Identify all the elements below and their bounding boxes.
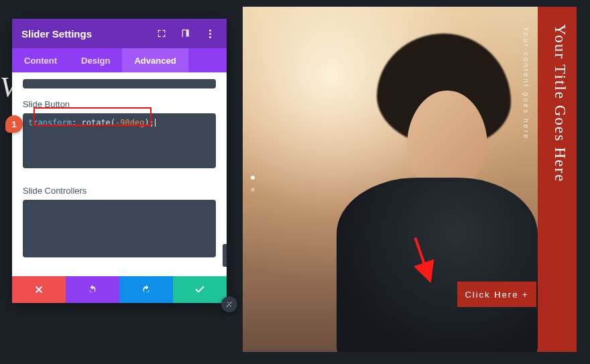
tab-advanced[interactable]: Advanced xyxy=(122,48,188,72)
kebab-menu-icon[interactable] xyxy=(202,26,217,41)
expand-icon[interactable] xyxy=(154,26,169,41)
panel-body: Slide Button transform: rotate(-90deg); … xyxy=(12,72,227,276)
tab-content[interactable]: Content xyxy=(12,48,69,72)
slider-preview: Your Title Goes Here Your content goes h… xyxy=(243,7,577,352)
tab-design[interactable]: Design xyxy=(69,48,122,72)
panel-tabs: Content Design Advanced xyxy=(12,48,227,72)
slide-controllers-code-input[interactable] xyxy=(23,200,216,257)
slide-controllers-label: Slide Controllers xyxy=(23,186,216,196)
scrollbar-thumb[interactable] xyxy=(223,244,227,267)
cta-button[interactable]: Click Here + xyxy=(457,282,536,307)
slide-nav-dots[interactable] xyxy=(251,176,255,192)
book-icon[interactable] xyxy=(178,26,193,41)
panel-title: Slider Settings xyxy=(21,28,145,40)
slide-button-label: Slide Button xyxy=(23,99,216,109)
save-button[interactable] xyxy=(173,276,227,303)
slide-button-code-input[interactable]: transform: rotate(-90deg); xyxy=(23,113,216,168)
slider-settings-panel: Slider Settings Content Design Advanced … xyxy=(12,19,227,303)
panel-action-bar xyxy=(12,276,227,303)
undo-button[interactable] xyxy=(66,276,119,303)
code-line: transform: rotate(-90deg); xyxy=(28,118,156,127)
nav-dot[interactable] xyxy=(251,188,255,192)
annotation-badge-1: 1 xyxy=(5,115,23,133)
slide-title: Your Title Goes Here xyxy=(551,24,569,182)
nav-dot-active[interactable] xyxy=(251,176,255,180)
slide-subtitle: Your content goes here. xyxy=(522,27,530,144)
cancel-button[interactable] xyxy=(12,276,66,303)
code-box-fragment[interactable] xyxy=(23,79,216,88)
resize-handle-icon[interactable] xyxy=(221,296,237,312)
redo-button[interactable] xyxy=(119,276,173,303)
panel-header: Slider Settings xyxy=(12,19,227,48)
